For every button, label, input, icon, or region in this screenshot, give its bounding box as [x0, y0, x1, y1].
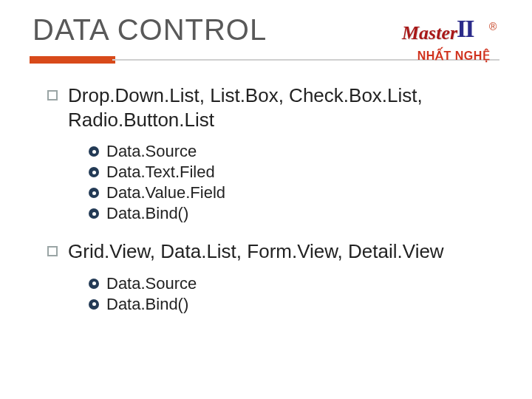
logo-top: Master II ® [402, 15, 505, 47]
level2-text: Data.Text.Filed [106, 163, 215, 182]
square-bullet-icon [47, 246, 58, 256]
level1-text: Grid.View, Data.List, Form.View, Detail.… [68, 239, 444, 264]
logo-master-text: Master [402, 22, 457, 44]
bullet-level2: Data.Source [89, 274, 502, 293]
level2-block: Data.Source Data.Text.Filed Data.Value.F… [47, 136, 502, 239]
level2-text: Data.Value.Field [106, 183, 225, 202]
level2-text: Data.Bind() [106, 295, 188, 314]
bullet-level2: Data.Value.Field [89, 183, 502, 202]
bullet-level2: Data.Source [89, 142, 502, 161]
registered-icon: ® [489, 21, 497, 33]
logo-subtitle: NHẤT NGHỆ [402, 49, 505, 63]
logo-ii-text: II [457, 15, 473, 43]
level1-text: Drop.Down.List, List.Box, Check.Box.List… [68, 83, 502, 132]
divider-accent [30, 56, 115, 64]
dot-bullet-icon [89, 167, 99, 177]
bullet-level1: Drop.Down.List, List.Box, Check.Box.List… [47, 83, 502, 132]
bullet-level1: Grid.View, Data.List, Form.View, Detail.… [47, 239, 502, 264]
level2-text: Data.Source [106, 274, 197, 293]
brand-logo: Master II ® NHẤT NGHỆ [402, 15, 505, 63]
dot-bullet-icon [89, 146, 99, 157]
level2-block: Data.Source Data.Bind() [47, 268, 502, 330]
square-bullet-icon [47, 90, 58, 100]
dot-bullet-icon [89, 188, 99, 198]
bullet-level2: Data.Text.Filed [89, 163, 502, 182]
bullet-level2: Data.Bind() [89, 295, 502, 314]
dot-bullet-icon [89, 208, 99, 219]
dot-bullet-icon [89, 299, 99, 310]
level2-text: Data.Source [106, 142, 197, 161]
level2-text: Data.Bind() [106, 204, 188, 223]
slide: DATA CONTROL Master II ® NHẤT NGHỆ Drop.… [0, 0, 532, 399]
bullet-level2: Data.Bind() [89, 204, 502, 223]
slide-header: DATA CONTROL Master II ® NHẤT NGHỆ [30, 13, 502, 47]
slide-content: Drop.Down.List, List.Box, Check.Box.List… [30, 66, 502, 330]
dot-bullet-icon [89, 279, 99, 289]
